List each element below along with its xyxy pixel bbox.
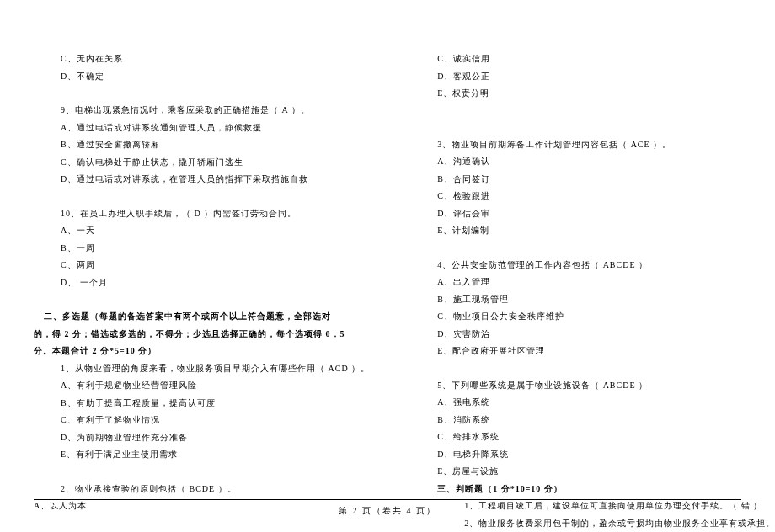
mq5-option-a: A、强电系统 <box>437 394 775 412</box>
question-10: 10、在员工办理入职手续后，（ D ）内需签订劳动合同。 <box>61 205 370 223</box>
mq5-option-b: B、消防系统 <box>437 412 775 429</box>
q9-option-c: C、确认电梯处于静止状态，撬开轿厢门逃生 <box>61 154 370 172</box>
mq1-option-d: D、为前期物业管理作充分准备 <box>61 429 370 447</box>
mquestion-4: 4、公共安全防范管理的工作内容包括（ ABCDE ） <box>437 257 775 274</box>
two-column-layout: C、无内在关系 D、不确定 9、电梯出现紧急情况时，乘客应采取的正确措施是（ A… <box>34 51 741 532</box>
mq2-option-d: D、客观公正 <box>437 68 775 86</box>
mq1-option-e: E、有利于满足业主使用需求 <box>61 446 370 464</box>
mq1-option-b: B、有助于提高工程质量，提高认可度 <box>61 395 370 412</box>
q8-option-c: C、无内在关系 <box>61 51 370 68</box>
section-2-heading-line1: 二、多选题（每题的备选答案中有两个或两个以上符合题意，全部选对 <box>44 308 370 326</box>
mq5-option-c: C、给排水系统 <box>437 428 775 446</box>
section-3-heading: 三、判断题（1 分*10=10 分） <box>437 481 775 498</box>
right-column: C、诚实信用 D、客观公正 E、权责分明 3、物业项目前期筹备工作计划管理内容包… <box>437 51 775 532</box>
mq2-option-e: E、权责分明 <box>437 85 775 103</box>
mq3-option-b: B、合同签订 <box>437 171 775 189</box>
mq1-option-c: C、有利于了解物业情况 <box>61 412 370 429</box>
mq4-option-a: A、出入管理 <box>437 274 775 291</box>
mq4-option-b: B、施工现场管理 <box>437 291 775 309</box>
mq3-option-c: C、检验跟进 <box>437 188 775 205</box>
mq5-option-d: D、电梯升降系统 <box>437 446 775 464</box>
question-9: 9、电梯出现紧急情况时，乘客应采取的正确措施是（ A ）。 <box>61 102 370 120</box>
mq4-option-e: E、配合政府开展社区管理 <box>437 343 775 360</box>
q9-option-d: D、通过电话或对讲系统，在管理人员的指挥下采取措施自救 <box>61 171 370 189</box>
mquestion-1: 1、从物业管理的角度来看，物业服务项目早期介入有哪些作用（ ACD ）。 <box>61 360 370 378</box>
q10-option-a: A、一天 <box>61 222 370 240</box>
page-footer: 第 2 页（卷共 4 页） <box>34 499 741 517</box>
mq2-option-c: C、诚实信用 <box>437 51 775 68</box>
mquestion-5: 5、下列哪些系统是属于物业设施设备（ ABCDE ） <box>437 377 775 395</box>
jquestion-2: 2、物业服务收费采用包干制的，盈余或亏损均由物业服务企业享有或承担。 <box>464 515 775 533</box>
mq5-option-e: E、房屋与设施 <box>437 463 775 481</box>
mq4-option-c: C、物业项目公共安全秩序维护 <box>437 308 775 326</box>
q8-option-d: D、不确定 <box>61 68 370 86</box>
section-2-heading-line3: 分。本题合计 2 分*5=10 分） <box>34 343 370 360</box>
mq4-option-d: D、灾害防治 <box>437 326 775 343</box>
mquestion-3: 3、物业项目前期筹备工作计划管理内容包括（ ACE ）。 <box>437 136 775 154</box>
q10-option-c: C、两周 <box>61 257 370 274</box>
mq3-option-d: D、评估会审 <box>437 205 775 223</box>
mquestion-2: 2、物业承接查验的原则包括（ BCDE ）。 <box>61 481 370 498</box>
mq3-option-e: E、计划编制 <box>437 222 775 240</box>
mq1-option-a: A、有利于规避物业经营管理风险 <box>61 377 370 395</box>
section-2-heading-line2: 的，得 2 分；错选或多选的，不得分；少选且选择正确的，每个选项得 0．5 <box>34 326 370 343</box>
q10-option-d: D、 一个月 <box>61 274 370 292</box>
mq3-option-a: A、沟通确认 <box>437 153 775 171</box>
q9-option-b: B、通过安全窗撤离轿厢 <box>61 136 370 154</box>
left-column: C、无内在关系 D、不确定 9、电梯出现紧急情况时，乘客应采取的正确措施是（ A… <box>34 51 370 532</box>
q10-option-b: B、一周 <box>61 240 370 258</box>
q9-option-a: A、通过电话或对讲系统通知管理人员，静候救援 <box>61 120 370 137</box>
